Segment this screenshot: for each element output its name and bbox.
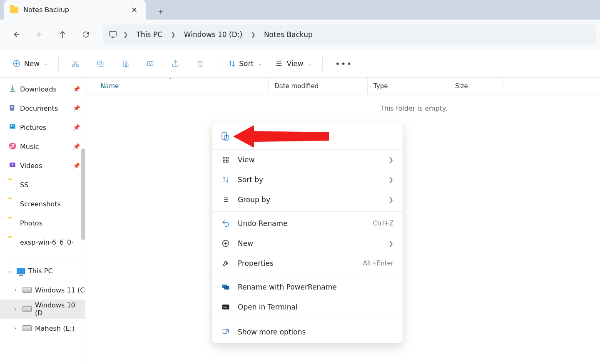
tree-drive-d[interactable]: › Windows 10 (D bbox=[0, 300, 85, 319]
sidebar-item-label: Videos bbox=[20, 162, 42, 170]
breadcrumb-drive[interactable]: Windows 10 (D:) bbox=[182, 29, 245, 40]
chevron-right-icon: ❯ bbox=[388, 156, 393, 163]
empty-folder-message: This folder is empty. bbox=[380, 104, 447, 112]
refresh-button[interactable] bbox=[74, 25, 97, 45]
sidebar-item-label: Documents bbox=[20, 104, 58, 112]
more-button[interactable]: ••• bbox=[328, 54, 360, 73]
chevron-right-icon[interactable]: › bbox=[12, 306, 19, 312]
folder-icon bbox=[8, 218, 17, 228]
wrench-icon bbox=[221, 259, 230, 268]
chevron-right-icon[interactable]: ❯ bbox=[167, 31, 180, 38]
separator bbox=[217, 56, 217, 71]
folder-icon bbox=[10, 7, 18, 13]
power-rename-icon bbox=[221, 282, 230, 292]
new-button[interactable]: New ⌄ bbox=[7, 54, 53, 73]
chevron-right-icon[interactable]: › bbox=[12, 325, 19, 331]
ctx-label: Open in Terminal bbox=[238, 303, 298, 311]
tree-drive-c[interactable]: › Windows 11 (C bbox=[0, 280, 85, 300]
pin-icon: 📌 bbox=[73, 105, 80, 111]
svg-rect-25 bbox=[224, 286, 229, 290]
paste-button[interactable] bbox=[114, 54, 137, 73]
grid-icon bbox=[221, 155, 230, 164]
chevron-right-icon[interactable]: ❯ bbox=[119, 31, 132, 38]
sidebar-item-music[interactable]: Music 📌 bbox=[0, 137, 85, 156]
sidebar-item-pictures[interactable]: Pictures 📌 bbox=[0, 118, 85, 137]
sidebar-item-label: SS bbox=[20, 181, 28, 189]
back-button[interactable] bbox=[4, 25, 27, 45]
column-name[interactable]: Name ⌃ bbox=[85, 78, 269, 94]
ctx-sort-by[interactable]: Sort by ❯ bbox=[212, 170, 403, 190]
column-size[interactable]: Size bbox=[449, 78, 503, 94]
plus-circle-icon bbox=[221, 239, 230, 248]
rename-button[interactable] bbox=[139, 54, 162, 73]
context-menu: View ❯ Sort by ❯ Group by ❯ Undo Rename … bbox=[212, 123, 403, 344]
chevron-right-icon[interactable]: › bbox=[12, 287, 19, 293]
view-button[interactable]: View ⌄ bbox=[269, 54, 317, 73]
ctx-show-more[interactable]: Show more options bbox=[212, 321, 403, 343]
svg-rect-11 bbox=[11, 107, 13, 108]
sidebar-item-downloads[interactable]: Downloads 📌 bbox=[0, 79, 85, 99]
column-type[interactable]: Type bbox=[368, 78, 449, 94]
sidebar-item-label: Music bbox=[20, 143, 39, 151]
sidebar-item-exsp[interactable]: exsp-win-6_6_0- bbox=[0, 233, 85, 252]
music-icon bbox=[8, 142, 17, 151]
tab-title: Notes Backup bbox=[23, 6, 69, 14]
address-bar[interactable]: ❯ This PC ❯ Windows 10 (D:) ❯ Notes Back… bbox=[103, 25, 596, 45]
column-date[interactable]: Date modified bbox=[269, 78, 368, 94]
pictures-icon bbox=[8, 123, 17, 132]
forward-button[interactable] bbox=[27, 25, 51, 45]
delete-button[interactable] bbox=[189, 54, 212, 73]
svg-rect-6 bbox=[123, 61, 127, 66]
disk-icon bbox=[22, 325, 32, 331]
sidebar-item-documents[interactable]: Documents 📌 bbox=[0, 99, 85, 118]
tree-label: Windows 11 (C bbox=[35, 286, 85, 294]
separator bbox=[7, 257, 77, 257]
tree-drive-e[interactable]: › Mahesh (E:) bbox=[0, 319, 85, 338]
ctx-undo-rename[interactable]: Undo Rename Ctrl+Z bbox=[212, 213, 403, 233]
terminal-icon bbox=[221, 302, 230, 312]
cut-button[interactable] bbox=[64, 54, 87, 73]
column-label: Name bbox=[100, 82, 119, 90]
new-tab-button[interactable]: ＋ bbox=[152, 3, 169, 20]
videos-icon bbox=[8, 161, 17, 170]
pc-icon bbox=[17, 268, 25, 274]
paste-icon[interactable] bbox=[220, 132, 229, 141]
ctx-label: Properties bbox=[238, 259, 274, 267]
sort-button[interactable]: Sort ⌄ bbox=[222, 54, 267, 73]
context-menu-quick-actions bbox=[212, 123, 403, 150]
close-tab-button[interactable]: ✕ bbox=[129, 4, 140, 16]
ctx-open-terminal[interactable]: Open in Terminal bbox=[212, 297, 403, 317]
copy-button[interactable] bbox=[89, 54, 112, 73]
sidebar-item-ss[interactable]: SS bbox=[0, 175, 85, 194]
sidebar-item-screenshots[interactable]: Screenshots bbox=[0, 194, 85, 213]
ctx-properties[interactable]: Properties Alt+Enter bbox=[212, 253, 403, 273]
ctx-label: Sort by bbox=[238, 176, 263, 184]
ctx-label: Show more options bbox=[238, 328, 306, 336]
undo-icon bbox=[221, 219, 230, 228]
ctx-new[interactable]: New ❯ bbox=[212, 233, 403, 253]
sidebar-item-photos[interactable]: Photos bbox=[0, 213, 85, 233]
separator bbox=[212, 211, 403, 212]
sidebar: Downloads 📌 Documents 📌 Pictures 📌 Music… bbox=[0, 78, 85, 364]
chevron-right-icon: ❯ bbox=[388, 176, 393, 183]
up-button[interactable] bbox=[51, 25, 74, 45]
shortcut-label: Alt+Enter bbox=[363, 260, 393, 267]
breadcrumb-this-pc[interactable]: This PC bbox=[134, 29, 165, 40]
sidebar-item-label: Pictures bbox=[20, 124, 46, 131]
tree-this-pc[interactable]: ⌄ This PC bbox=[0, 261, 85, 280]
ctx-power-rename[interactable]: Rename with PowerRename bbox=[212, 277, 403, 297]
sidebar-item-videos[interactable]: Videos 📌 bbox=[0, 156, 85, 175]
breadcrumb-folder[interactable]: Notes Backup bbox=[261, 29, 315, 40]
svg-rect-10 bbox=[11, 106, 13, 106]
chevron-down-icon[interactable]: ⌄ bbox=[6, 268, 13, 274]
chevron-right-icon[interactable]: ❯ bbox=[246, 31, 260, 38]
ctx-view[interactable]: View ❯ bbox=[212, 150, 403, 170]
nav-bar: ❯ This PC ❯ Windows 10 (D:) ❯ Notes Back… bbox=[0, 20, 600, 50]
svg-point-3 bbox=[77, 65, 79, 67]
share-button[interactable] bbox=[164, 54, 187, 73]
ctx-label: Group by bbox=[238, 196, 270, 204]
tree-label: Windows 10 (D bbox=[35, 301, 85, 317]
scrollbar-thumb[interactable] bbox=[81, 149, 85, 240]
active-tab[interactable]: Notes Backup ✕ bbox=[4, 0, 146, 20]
ctx-group-by[interactable]: Group by ❯ bbox=[212, 190, 403, 210]
